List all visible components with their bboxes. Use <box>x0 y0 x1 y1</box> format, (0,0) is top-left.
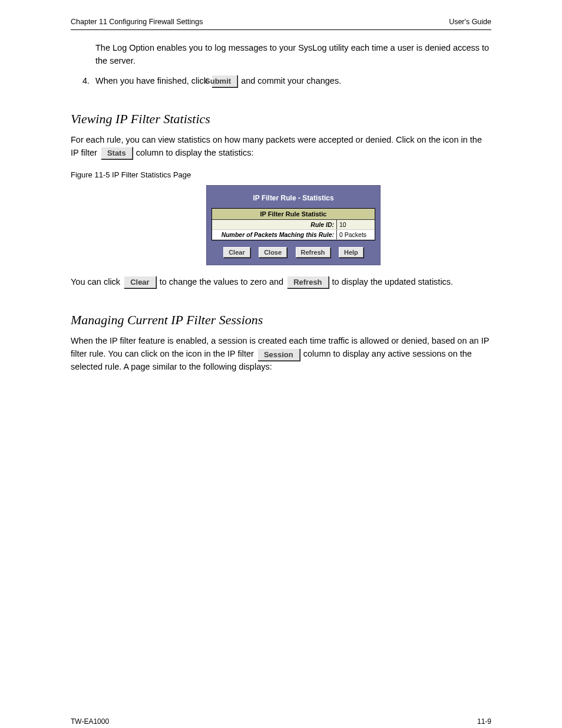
dialog-close-button[interactable]: Close <box>259 247 287 258</box>
chapter-title: Chapter 11 Configuring Firewall Settings <box>71 18 203 26</box>
stats-paragraph: For each rule, you can view statistics o… <box>71 134 491 160</box>
dialog-clear-button[interactable]: Clear <box>223 247 250 258</box>
submit-button[interactable]: Submit <box>211 75 237 87</box>
table-row: Number of Packets Maching this Rule: 0 P… <box>212 229 375 239</box>
dialog-refresh-button[interactable]: Refresh <box>296 247 330 258</box>
step-4: 4.When you have finished, click Submit a… <box>71 75 491 88</box>
dialog-help-button[interactable]: Help <box>339 247 363 258</box>
ipfilter-stats-dialog-wrap: IP Filter Rule - Statistics IP Filter Ru… <box>206 185 381 265</box>
under-dialog-paragraph: You can click Clear to change the values… <box>71 276 491 289</box>
dialog-inner: IP Filter Rule Statistic Rule ID: 10 Num… <box>211 208 375 241</box>
section-heading-stats: Viewing IP Filter Statistics <box>71 111 491 127</box>
header-rule <box>71 29 491 30</box>
refresh-button[interactable]: Refresh <box>287 276 328 288</box>
page: Chapter 11 Configuring Firewall Settings… <box>0 0 562 728</box>
clear-button[interactable]: Clear <box>124 276 156 288</box>
figure-caption: Figure 11-5 IP Filter Statistics Page <box>71 170 491 179</box>
under-dialog-a: You can click <box>71 277 123 286</box>
ipfilter-stats-dialog: IP Filter Rule - Statistics IP Filter Ru… <box>206 185 381 265</box>
step-number: 4. <box>82 75 95 88</box>
stats-para-b: column to display the statistics: <box>136 148 254 157</box>
footer-left: TW-EA1000 <box>71 717 109 726</box>
packet-count-label: Number of Packets Maching this Rule: <box>212 229 337 239</box>
doc-title: User's Guide <box>449 18 491 26</box>
stats-para-a: For each rule, you can view statistics o… <box>71 135 461 144</box>
section-heading-sessions: Managing Current IP Filter Sessions <box>71 312 491 328</box>
under-dialog-b: to change the values to zero and <box>160 277 286 286</box>
dialog-inner-title: IP Filter Rule Statistic <box>212 209 375 220</box>
table-row: Rule ID: 10 <box>212 220 375 230</box>
dialog-button-row: Clear Close Refresh Help <box>211 241 375 258</box>
packet-count-value: 0 Packets <box>337 229 375 239</box>
step-4-text-a: When you have finished, click <box>95 76 210 85</box>
rule-id-label: Rule ID: <box>212 220 337 230</box>
rule-id-value: 10 <box>337 220 375 230</box>
session-button[interactable]: Session <box>257 348 300 361</box>
page-content: Chapter 11 Configuring Firewall Settings… <box>0 0 562 416</box>
log-option-paragraph: The Log Option enables you to log messag… <box>71 42 491 68</box>
ipfilter-stats-b: in the IP filter <box>204 349 256 358</box>
dialog-title: IP Filter Rule - Statistics <box>211 190 375 208</box>
sessions-paragraph: When the IP filter feature is enabled, a… <box>71 335 491 374</box>
footer-right: 11-9 <box>477 717 491 726</box>
step-4-text-b: and commit your changes. <box>239 76 341 85</box>
dialog-table: Rule ID: 10 Number of Packets Maching th… <box>212 220 375 240</box>
stats-button[interactable]: Stats <box>101 147 133 159</box>
under-dialog-c: to display the updated statistics. <box>332 277 454 286</box>
